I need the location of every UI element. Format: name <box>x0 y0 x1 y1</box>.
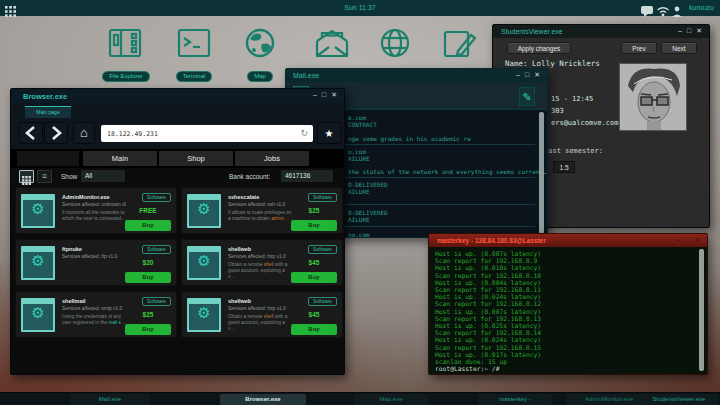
close-button[interactable]: ✕ <box>534 71 541 78</box>
wifi-icon[interactable] <box>656 3 670 21</box>
desktop-icon-terminal[interactable]: Terminal <box>165 28 223 82</box>
terminal-prompt: root@Lasster:~ /# <box>435 365 695 372</box>
software-description: Obtain a remote shell with a guest accou… <box>228 314 292 332</box>
software-card[interactable]: ⚙ AdminMonitor.exe Services affected: un… <box>15 187 177 234</box>
next-button[interactable]: Next <box>661 42 697 54</box>
gear-icon: ⚙ <box>187 201 221 216</box>
site-tab-shop[interactable]: Shop <box>159 151 233 166</box>
software-description: It allows to scale privileges on a machi… <box>228 210 292 222</box>
mail-row-preview[interactable]: the status of the network and everything… <box>348 168 547 175</box>
compose-button[interactable]: ✎ <box>519 87 535 106</box>
student-name: Name: Lolly Nricklers <box>505 59 600 68</box>
mail-row-subject[interactable]: CONTRACT <box>348 121 377 128</box>
chat-icon[interactable] <box>641 3 654 21</box>
buy-button[interactable]: Buy <box>291 324 337 335</box>
taskbar-item-mail[interactable]: Mail.exe <box>70 394 150 405</box>
gear-icon: ⚙ <box>187 253 221 268</box>
user-icon[interactable] <box>672 3 682 21</box>
minimize-button[interactable]: – <box>313 91 318 98</box>
mail-row-preview[interactable]: nge some grades in his academic re <box>348 135 471 142</box>
show-filter-dropdown[interactable]: All <box>81 170 125 182</box>
minimize-button[interactable]: – <box>678 27 683 34</box>
software-card[interactable]: ⚙ shellweb Services affected: http v1.0 … <box>181 291 343 338</box>
terminal-line: Scan report for 192.168.0.11 <box>435 286 695 293</box>
close-button[interactable]: ✕ <box>331 91 338 98</box>
terminal-line: Scan report for 192.168.0.14 <box>435 329 695 336</box>
software-card[interactable]: ⚙ shellweb Services affected: http v1.0 … <box>181 239 343 286</box>
site-tab-main[interactable]: Main <box>83 151 157 166</box>
mail-row-subject[interactable]: AILURE <box>348 188 370 195</box>
taskbar-item-studentsviewer[interactable]: StudentsViewer.exe <box>640 394 718 405</box>
url-bar[interactable]: 18.122.49.231 ↻ <box>101 125 313 142</box>
terminal-line: Host is up. (0.007s latency) <box>435 308 695 315</box>
desktop-icon-map[interactable]: Map <box>231 28 289 82</box>
grid-view-button[interactable] <box>19 170 34 183</box>
maximize-button[interactable]: □ <box>687 27 692 34</box>
taskbar-item-browser[interactable]: Browser.exe <box>220 394 306 405</box>
notepad-pencil-icon <box>440 28 480 60</box>
browser-titlebar[interactable]: Browser.exe –□✕ <box>11 89 344 103</box>
last-semester-input[interactable]: 1.5 <box>553 161 575 173</box>
gear-icon: ⚙ <box>21 305 55 320</box>
close-button[interactable]: ✕ <box>696 27 703 34</box>
mail-titlebar[interactable]: Mail.exe –□✕ <box>286 69 547 82</box>
terminal-output[interactable]: Host is up. (0.007s latency) Scan report… <box>435 250 695 371</box>
software-price: $25 <box>125 311 171 318</box>
buy-button[interactable]: Buy <box>291 220 337 231</box>
terminal-titlebar[interactable]: masterkey - 138.84.180.83@Lasster –□✕ <box>429 234 707 247</box>
window-title: StudentsViewer.exe <box>501 28 563 35</box>
software-badge: Software <box>308 297 337 306</box>
mail-row-sender[interactable]: no.com <box>348 231 370 238</box>
software-card[interactable]: ⚙ sshescalate Services affected: ssh v1.… <box>181 187 343 234</box>
bookmark-button[interactable]: ★ <box>317 122 341 144</box>
maximize-button[interactable]: □ <box>685 236 690 243</box>
site-tab-jobs[interactable]: Jobs <box>235 151 309 166</box>
terminal-icon <box>174 28 214 60</box>
mail-row-sender[interactable]: b.com <box>348 114 366 121</box>
mail-row-subject[interactable]: AILURE <box>348 216 370 223</box>
terminal-line: Scan report for 192.168.0.12 <box>435 300 695 307</box>
mail-row-sender[interactable]: o.com <box>348 148 366 155</box>
mail-row-sender[interactable]: O-DELIVERED <box>348 181 388 188</box>
mail-row-sender[interactable]: O-DELIVERED <box>348 209 388 216</box>
home-button[interactable]: ⌂ <box>73 122 95 144</box>
software-title: ftpnuke <box>62 246 126 252</box>
buy-button[interactable]: Buy <box>291 272 337 283</box>
studentsviewer-titlebar[interactable]: StudentsViewer.exe –□✕ <box>493 25 709 38</box>
prev-button[interactable]: Prev <box>621 42 657 54</box>
mail-scrollbar[interactable] <box>539 112 544 234</box>
maximize-button[interactable]: □ <box>525 71 530 78</box>
terminal-scrollbar[interactable] <box>699 249 704 371</box>
buy-button[interactable]: Buy <box>125 272 171 283</box>
mail-row-subject[interactable]: AILURE <box>348 155 370 162</box>
software-services: Services affected: http v1.0 <box>228 254 292 259</box>
software-title: shellweb <box>228 246 292 252</box>
minimize-button[interactable]: – <box>516 71 521 78</box>
site-tab-spacer <box>17 151 79 166</box>
refresh-icon[interactable]: ↻ <box>300 128 308 138</box>
list-view-button[interactable]: ≡ <box>37 170 52 183</box>
apply-changes-button[interactable]: Apply changes <box>507 42 571 54</box>
maximize-button[interactable]: □ <box>322 91 327 98</box>
minimize-button[interactable]: – <box>676 236 681 243</box>
terminal-line: Host is up. (0.004s latency) <box>435 279 695 286</box>
software-card[interactable]: ⚙ shellmail Services affected: smtp v1.0… <box>15 291 177 338</box>
software-services: Services affected: unknown v0 <box>62 202 126 207</box>
taskbar-item-masterkey[interactable]: masterkey - <box>478 394 552 405</box>
buy-button[interactable]: Buy <box>125 220 171 231</box>
desktop-icon-label: File Explorer <box>102 71 150 82</box>
url-text[interactable]: 18.122.49.231 <box>107 130 158 138</box>
desktop-icon-file-explorer[interactable]: File Explorer <box>97 28 155 82</box>
buy-button[interactable]: Buy <box>125 324 171 335</box>
username-label: kurouzu <box>689 4 714 11</box>
taskbar-item-map[interactable]: Map.exe <box>354 394 428 405</box>
clock[interactable]: Sun 11:37 <box>0 4 720 11</box>
back-button[interactable] <box>19 122 43 144</box>
close-button[interactable]: ✕ <box>694 236 701 243</box>
taskbar: Mail.exe Browser.exe Map.exe masterkey -… <box>0 392 720 405</box>
software-card[interactable]: ⚙ ftpnuke Services affected: ftp v1.0 So… <box>15 239 177 286</box>
browser-tab-main-page[interactable]: Main page <box>25 106 71 118</box>
forward-button[interactable] <box>44 122 68 144</box>
software-title: sshescalate <box>228 194 292 200</box>
terminal-line: Host is up. (0.007s latency) <box>435 250 695 257</box>
